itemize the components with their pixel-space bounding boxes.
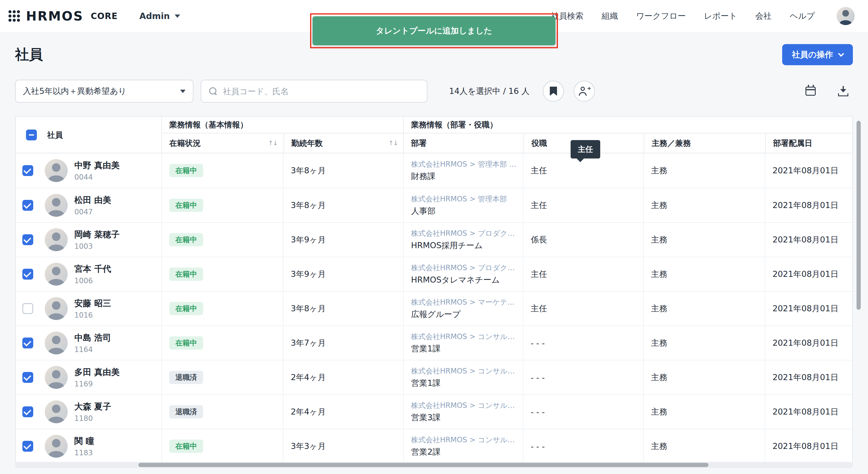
row-checkbox[interactable] bbox=[22, 338, 33, 348]
person-add-icon: + bbox=[579, 87, 590, 96]
employee-actions-button[interactable]: 社員の操作 bbox=[782, 44, 853, 65]
column-header-employee: 社員 bbox=[40, 116, 161, 154]
brand-suffix: CORE bbox=[91, 11, 118, 21]
horizontal-scrollbar-thumb[interactable] bbox=[138, 463, 708, 467]
vertical-scrollbar[interactable] bbox=[857, 121, 861, 310]
sort-icon[interactable]: ↑↓ bbox=[389, 139, 398, 147]
duty-value: 主務 bbox=[643, 429, 765, 463]
department-path-link[interactable]: 株式会社HRMOS > コンサル… bbox=[411, 401, 515, 410]
department-path-link[interactable]: 株式会社HRMOS > プロダク… bbox=[411, 263, 515, 273]
table-header: 社員 業務情報（基本情報） 在籍状況 ↑↓ 勤続年数 ↑↓ 業務情報（部署・役職… bbox=[16, 116, 852, 154]
department-path-link[interactable]: 株式会社HRMOS > コンサル… bbox=[411, 332, 515, 341]
calendar-button[interactable] bbox=[803, 84, 818, 98]
position-value: 係長 bbox=[523, 223, 643, 257]
table-row[interactable]: 多田 真由美 1169 退職済 2年4ヶ月 株式会社HRMOS > コンサル… … bbox=[16, 360, 852, 394]
table-row[interactable]: 中野 真由美 0044 在籍中 3年8ヶ月 株式会社HRMOS > 管理本部 …… bbox=[16, 154, 852, 188]
role-label: Admin bbox=[139, 11, 169, 21]
add-to-talent-pool-button[interactable]: + bbox=[574, 80, 595, 102]
table-row[interactable]: 松田 由美 0047 在籍中 3年8ヶ月 株式会社HRMOS > 管理本部 人事… bbox=[16, 188, 852, 222]
column-header-status[interactable]: 在籍状況 ↑↓ bbox=[162, 133, 283, 153]
search-input[interactable] bbox=[223, 87, 420, 96]
download-icon bbox=[838, 86, 848, 96]
select-all-checkbox[interactable] bbox=[26, 130, 37, 140]
nav-item-workflow[interactable]: ワークフロー bbox=[636, 10, 686, 22]
nav-item-employee-search[interactable]: 社員検索 bbox=[551, 10, 584, 22]
employee-avatar bbox=[45, 366, 68, 389]
assigned-date-value: 2021年08月01日 bbox=[765, 154, 852, 188]
row-checkbox[interactable] bbox=[22, 200, 33, 211]
saved-filter-select[interactable]: 入社5年以内＋異動希望あり bbox=[15, 80, 193, 103]
table-row[interactable]: 岡崎 菜穂子 1003 在籍中 3年9ヶ月 株式会社HRMOS > プロダク… … bbox=[16, 222, 852, 257]
position-value: 主任 bbox=[523, 189, 643, 222]
assigned-date-value: 2021年08月01日 bbox=[765, 429, 852, 463]
chevron-down-icon bbox=[838, 51, 844, 57]
bookmark-button[interactable] bbox=[543, 80, 564, 102]
employee-avatar bbox=[45, 400, 68, 423]
tenure-value: 3年9ヶ月 bbox=[283, 223, 403, 257]
status-badge: 在籍中 bbox=[169, 268, 203, 281]
department-name: 財務課 bbox=[411, 171, 435, 182]
table-row[interactable]: 宮本 千代 1006 在籍中 3年9ヶ月 株式会社HRMOS > プロダク… H… bbox=[16, 257, 852, 291]
page-title: 社員 bbox=[15, 45, 43, 64]
hrmos-dots-icon bbox=[8, 10, 20, 22]
department-name: HRMOS採用チーム bbox=[411, 240, 483, 251]
position-tooltip: 主任 bbox=[570, 140, 600, 159]
group-header-department-position: 業務情報（部署・役職） bbox=[404, 116, 854, 133]
department-path-link[interactable]: 株式会社HRMOS > プロダク… bbox=[411, 229, 515, 238]
assigned-date-value: 2021年08月01日 bbox=[765, 292, 852, 326]
status-badge: 退職済 bbox=[169, 405, 203, 418]
filter-right-icons bbox=[803, 84, 850, 98]
app-root: HRMOS CORE Admin 社員検索 組織 ワークフロー レポート 会社 … bbox=[0, 0, 868, 474]
table-row[interactable]: 大森 夏子 1180 退職済 2年4ヶ月 株式会社HRMOS > コンサル… 営… bbox=[16, 394, 852, 429]
tenure-value: 3年8ヶ月 bbox=[283, 292, 403, 326]
duty-value: 主務 bbox=[643, 395, 765, 429]
status-badge: 在籍中 bbox=[169, 336, 203, 350]
sort-icon[interactable]: ↑↓ bbox=[268, 139, 277, 147]
employee-avatar bbox=[45, 332, 68, 354]
filter-bar: 入社5年以内＋異動希望あり 14人を選択中 / 16 人 + bbox=[15, 80, 853, 103]
department-name: 営業2課 bbox=[411, 446, 441, 458]
row-checkbox[interactable] bbox=[22, 234, 33, 245]
assigned-date-value: 2021年08月01日 bbox=[765, 395, 852, 429]
row-checkbox[interactable] bbox=[22, 269, 33, 279]
table-body: 中野 真由美 0044 在籍中 3年8ヶ月 株式会社HRMOS > 管理本部 …… bbox=[16, 154, 852, 463]
nav-item-organization[interactable]: 組織 bbox=[602, 10, 618, 22]
employee-code: 1180 bbox=[74, 414, 111, 423]
row-checkbox[interactable] bbox=[22, 406, 33, 417]
nav-item-help[interactable]: ヘルプ bbox=[790, 10, 815, 22]
row-checkbox[interactable] bbox=[22, 303, 33, 314]
status-badge: 在籍中 bbox=[169, 302, 203, 315]
row-checkbox[interactable] bbox=[22, 165, 33, 176]
table-row[interactable]: 安藤 昭三 1016 在籍中 3年8ヶ月 株式会社HRMOS > マーケテ… 広… bbox=[16, 291, 852, 326]
user-avatar[interactable] bbox=[837, 7, 855, 25]
employee-code: 1006 bbox=[74, 276, 111, 285]
horizontal-scrollbar-track[interactable] bbox=[15, 462, 853, 468]
nav-item-company[interactable]: 会社 bbox=[755, 10, 772, 22]
hrmos-logo[interactable]: HRMOS CORE bbox=[8, 9, 118, 24]
tenure-value: 2年4ヶ月 bbox=[283, 361, 403, 394]
row-checkbox[interactable] bbox=[22, 372, 33, 383]
duty-value: 主務 bbox=[643, 223, 765, 257]
column-header-assigned-date: 部署配属日 bbox=[765, 133, 854, 153]
download-button[interactable] bbox=[836, 84, 850, 98]
table-row[interactable]: 関 瞳 1183 在籍中 3年3ヶ月 株式会社HRMOS > コンサル… 営業2… bbox=[16, 429, 852, 463]
tenure-value: 2年4ヶ月 bbox=[283, 395, 403, 429]
employee-code: 1164 bbox=[74, 345, 111, 354]
department-path-link[interactable]: 株式会社HRMOS > 管理本部 … bbox=[411, 160, 517, 169]
duty-value: 主務 bbox=[643, 257, 765, 291]
status-badge: 在籍中 bbox=[169, 440, 203, 453]
row-checkbox[interactable] bbox=[22, 441, 33, 452]
main-nav: 社員検索 組織 ワークフロー レポート 会社 ヘルプ bbox=[551, 10, 815, 22]
department-path-link[interactable]: 株式会社HRMOS > マーケテ… bbox=[411, 297, 515, 307]
department-path-link[interactable]: 株式会社HRMOS > コンサル… bbox=[411, 435, 515, 445]
employee-avatar bbox=[45, 194, 68, 217]
department-path-link[interactable]: 株式会社HRMOS > 管理本部 bbox=[411, 194, 507, 204]
nav-item-report[interactable]: レポート bbox=[704, 10, 737, 22]
department-path-link[interactable]: 株式会社HRMOS > コンサル… bbox=[411, 366, 515, 376]
employee-name: 松田 由美 bbox=[74, 195, 111, 206]
position-value: - - - bbox=[523, 395, 643, 429]
role-selector[interactable]: Admin bbox=[139, 11, 180, 21]
column-group-basic-info: 業務情報（基本情報） 在籍状況 ↑↓ 勤続年数 ↑↓ bbox=[161, 116, 403, 153]
table-row[interactable]: 中島 浩司 1164 在籍中 3年7ヶ月 株式会社HRMOS > コンサル… 営… bbox=[16, 326, 852, 360]
column-header-tenure[interactable]: 勤続年数 ↑↓ bbox=[283, 133, 404, 153]
